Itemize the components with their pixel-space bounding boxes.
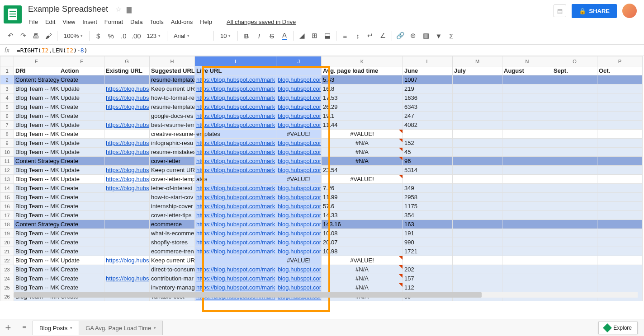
cell[interactable] (403, 130, 453, 139)
cell[interactable] (552, 75, 597, 84)
cell[interactable]: #VALUE! (322, 130, 403, 139)
cell[interactable]: Blog Team -- MK (14, 184, 59, 193)
formula-input[interactable]: =RIGHT(I2,LEN(I2)-8) (17, 47, 88, 54)
cell[interactable] (453, 247, 502, 256)
cell[interactable] (597, 274, 643, 283)
cell[interactable]: Content Strategy (14, 157, 59, 166)
cell[interactable]: https://blog.hubspot.com/mark (195, 229, 276, 238)
cell[interactable]: emplates (195, 130, 276, 139)
explore-button[interactable]: Explore (598, 322, 638, 334)
header-cell[interactable]: Oct. (597, 66, 643, 75)
cell[interactable]: 354 (403, 211, 453, 220)
font-size-select[interactable]: 10 (217, 31, 235, 41)
increase-decimal-button[interactable]: .00 (130, 30, 142, 42)
cell[interactable]: #VALUE! (276, 256, 322, 265)
cell[interactable] (552, 283, 597, 292)
cell[interactable]: 6343 (403, 103, 453, 112)
cell[interactable]: blog.hubspot.com (276, 121, 322, 130)
header-cell[interactable]: Action (59, 66, 104, 75)
cell[interactable] (403, 175, 453, 184)
cell[interactable]: blog.hubspot.com (276, 283, 322, 292)
cell[interactable]: #N/A (322, 265, 403, 274)
cell[interactable]: blog.hubspot.com (276, 148, 322, 157)
document-title[interactable]: Example Spreadsheet (25, 4, 111, 15)
cell[interactable]: blog.hubspot.com (276, 247, 322, 256)
cell[interactable] (453, 238, 502, 247)
cell[interactable]: direct-to-consum (150, 265, 195, 274)
cell[interactable]: #N/A (322, 274, 403, 283)
cell[interactable] (453, 139, 502, 148)
cell[interactable]: 163 (403, 220, 453, 229)
cell[interactable] (453, 130, 502, 139)
star-icon[interactable]: ☆ (115, 5, 122, 13)
cell[interactable] (453, 84, 502, 93)
cell[interactable] (502, 256, 552, 265)
cell[interactable] (502, 193, 552, 202)
sheet-tab[interactable]: Blog Posts ▾ (33, 321, 79, 335)
cell[interactable] (597, 157, 643, 166)
all-sheets-button[interactable]: ≡ (16, 324, 33, 332)
cell[interactable]: cover-letter-temp (150, 175, 195, 184)
cell[interactable]: Update (59, 166, 104, 175)
cell[interactable] (502, 130, 552, 139)
cell[interactable] (453, 265, 502, 274)
cell[interactable]: how-to-start-cov (150, 193, 195, 202)
cell[interactable]: Blog Team -- MK (14, 139, 59, 148)
menu-edit[interactable]: Edit (42, 17, 58, 27)
col-header-P[interactable]: P (597, 56, 643, 66)
more-formats-select[interactable]: 123 (143, 31, 164, 41)
cell[interactable]: Create (59, 103, 104, 112)
header-cell[interactable]: June (403, 66, 453, 75)
cell[interactable]: Create (59, 265, 104, 274)
cell[interactable]: 5.43 (322, 75, 403, 84)
cell[interactable]: https://blog.hubs (104, 184, 150, 193)
cell[interactable] (502, 75, 552, 84)
header-cell[interactable]: Live URL (195, 66, 276, 75)
cell[interactable]: 191 (403, 229, 453, 238)
cell[interactable]: best-resume-tem (150, 121, 195, 130)
cell[interactable] (597, 121, 643, 130)
cell[interactable] (552, 229, 597, 238)
cell[interactable]: Create (59, 247, 104, 256)
cell[interactable]: https://blog.hubspot.com/mark (195, 121, 276, 130)
cell[interactable] (453, 93, 502, 103)
cell[interactable] (552, 148, 597, 157)
cell[interactable] (502, 84, 552, 93)
col-header-H[interactable]: H (150, 56, 195, 66)
print-button[interactable]: 🖶 (30, 30, 42, 42)
col-header-I[interactable]: I (195, 56, 276, 66)
cell[interactable]: resume-template (150, 103, 195, 112)
cell[interactable]: blog.hubspot.com (276, 202, 322, 211)
redo-button[interactable]: ↷ (17, 30, 29, 42)
cell[interactable]: 5314 (403, 166, 453, 175)
italic-button[interactable]: I (253, 30, 265, 42)
cell[interactable] (502, 157, 552, 166)
cell[interactable] (453, 184, 502, 193)
menu-tools[interactable]: Tools (147, 17, 166, 27)
cell[interactable] (453, 283, 502, 292)
cell[interactable]: https://blog.hubspot.com/mark (195, 166, 276, 175)
cell[interactable]: Create (59, 229, 104, 238)
cell[interactable] (453, 121, 502, 130)
cell[interactable] (552, 193, 597, 202)
cell[interactable] (552, 139, 597, 148)
cell[interactable] (453, 148, 502, 157)
cell[interactable]: creative-resume- (150, 130, 195, 139)
cell[interactable] (502, 247, 552, 256)
cell[interactable] (453, 274, 502, 283)
header-cell[interactable]: July (453, 66, 502, 75)
cell[interactable] (597, 148, 643, 157)
cell[interactable]: blog.hubspot.com (276, 220, 322, 229)
comment-button[interactable]: ⊕ (407, 30, 419, 42)
header-cell[interactable]: Avg. page load time (322, 66, 403, 75)
cell[interactable] (597, 93, 643, 103)
cell[interactable]: Blog Team -- MK (14, 283, 59, 292)
header-cell[interactable]: Suggested URL (150, 66, 195, 75)
cell[interactable]: https://blog.hubspot.com/mark (195, 193, 276, 202)
cell[interactable] (552, 247, 597, 256)
col-header-G[interactable]: G (104, 56, 150, 66)
cell[interactable]: https://blog.hubspot.com/mark (195, 112, 276, 121)
cell[interactable]: https://blog.hubs (104, 93, 150, 103)
col-header-M[interactable]: M (453, 56, 502, 66)
cell[interactable]: blog.hubspot.com (276, 103, 322, 112)
